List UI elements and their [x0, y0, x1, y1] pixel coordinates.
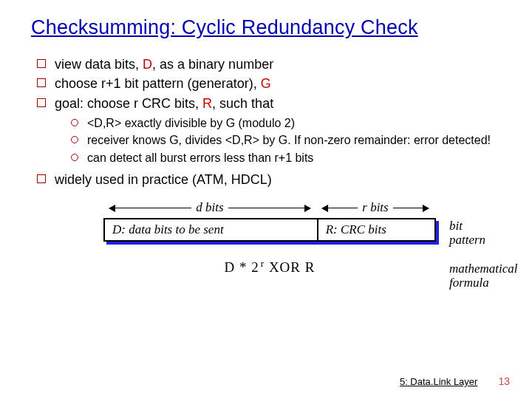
r-bits-arrow: r bits [316, 200, 434, 215]
bullet-item: goal: choose r CRC bits, R, such that <D… [37, 95, 502, 166]
bullet-list: view data bits, D, as a binary number ch… [37, 55, 502, 188]
crc-diagram: d bits r bits D: data bits to be sent R:… [103, 197, 436, 276]
text: goal: choose r CRC bits, [55, 96, 202, 111]
bullet-item: widely used in practice (ATM, HDCL) [37, 171, 502, 188]
formula-base: D * 2 [225, 259, 259, 275]
page-number: 13 [498, 375, 510, 387]
formula-rest: XOR R [265, 259, 315, 275]
text: view data bits, [55, 57, 143, 72]
formula: D * 2r XOR R [103, 258, 436, 276]
data-bits-cell: D: data bits to be sent [105, 219, 317, 240]
text: , as a binary number [152, 57, 273, 72]
d-bits-label: d bits [191, 200, 228, 215]
sub-bullet-list: <D,R> exactly divisible by G (modulo 2) … [55, 115, 502, 166]
bullet-item: choose r+1 bit pattern (generator), G [37, 75, 502, 92]
sub-bullet-item: can detect all burst errors less than r+… [71, 150, 502, 166]
variable-g: G [261, 76, 271, 91]
slide-body: view data bits, D, as a binary number ch… [0, 39, 532, 276]
variable-r: R [202, 96, 212, 111]
d-bits-arrow: d bits [103, 200, 316, 215]
sub-bullet-item: <D,R> exactly divisible by G (modulo 2) [71, 115, 502, 132]
r-bits-label: r bits [358, 200, 392, 215]
chapter-label: 5: Data.Link Layer [400, 376, 478, 387]
formula-label: mathematical formula [449, 262, 518, 290]
slide-footer: 5: Data.Link Layer 13 [400, 375, 510, 387]
crc-bits-cell: R: CRC bits [317, 219, 434, 240]
arrow-row: d bits r bits [103, 197, 436, 218]
text: choose r+1 bit pattern (generator), [55, 76, 261, 91]
slide-title: Checksumming: Cyclic Redundancy Check [0, 0, 532, 39]
bullet-item: view data bits, D, as a binary number [37, 55, 502, 73]
text: , such that [212, 96, 273, 111]
bit-pattern-box: D: data bits to be sent R: CRC bits [103, 218, 436, 242]
variable-d: D [143, 57, 152, 72]
bit-pattern-label: bit pattern [449, 219, 485, 247]
sub-bullet-item: receiver knows G, divides <D,R> by G. If… [71, 132, 502, 149]
